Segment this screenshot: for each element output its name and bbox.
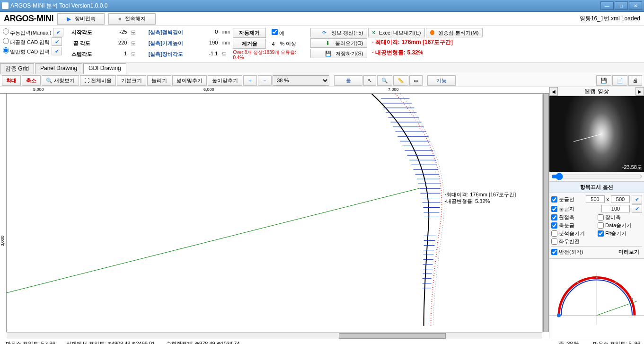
error-summary: Over:8개 정상:1839개 오류율: 0.4%: [233, 50, 306, 60]
opt-fit-hide-checkbox[interactable]: Fit숨기기: [598, 230, 642, 237]
opt-data-hide-checkbox[interactable]: Data숨기기: [598, 222, 642, 229]
opt-ruler-apply[interactable]: ✔: [632, 204, 642, 213]
end-angle-value[interactable]: 220: [100, 39, 129, 49]
svg-line-0: [7, 188, 419, 292]
step-angle-unit: 도: [131, 50, 140, 60]
disconnect-button[interactable]: ■ 접속해지: [108, 13, 156, 25]
machine-h-value[interactable]: 190: [191, 39, 220, 49]
new-window-button[interactable]: 🔍 새창보기: [42, 75, 79, 86]
minimize-button[interactable]: —: [600, 1, 614, 10]
drawing-canvas[interactable]: [7, 94, 542, 326]
remove-rate-button[interactable]: 제거율: [233, 39, 266, 49]
svg-point-45: [615, 282, 617, 283]
tab-gdi-drawing[interactable]: GDI Drawing: [83, 63, 126, 74]
radio-cad-large[interactable]: 대골형 CAD 입력: [3, 38, 50, 46]
analyze-button[interactable]: 원중심 분석기(M): [426, 28, 483, 37]
opt-reverse-checkbox[interactable]: 반전(외각): [551, 248, 614, 256]
pointer-tool[interactable]: ↖: [363, 75, 376, 86]
start-angle-label: 시작각도: [65, 28, 98, 38]
result-deform: · 내공변형률: 5.32%: [372, 49, 423, 57]
machine-h-unit: mm: [221, 39, 231, 49]
refresh-icon: ⟳: [321, 29, 327, 36]
connect-button[interactable]: ▶ 장비접속: [57, 13, 105, 25]
ruler-left: 3,000: [0, 94, 7, 332]
zoom-out-button[interactable]: 축소: [22, 75, 41, 86]
stop-icon: ■: [118, 16, 121, 21]
tab-panel-drawing[interactable]: Panel Drawing: [35, 63, 82, 74]
preview-title: 미리보기: [616, 247, 642, 256]
close-button[interactable]: ✕: [629, 1, 642, 10]
select-icon: ▭: [414, 78, 418, 84]
excel-export-button[interactable]: XExcel 내보내기(E): [368, 28, 425, 37]
fit-width-button[interactable]: 넓이맞추기: [172, 75, 207, 86]
opt-grid-height[interactable]: [611, 195, 630, 203]
ruler-icon: 📏: [397, 78, 404, 84]
step-angle-value[interactable]: 1: [100, 50, 129, 60]
wall-len-value[interactable]: 0: [191, 28, 220, 38]
remove-rate-value[interactable]: 4: [272, 41, 274, 47]
tools-button[interactable]: 툴: [334, 75, 362, 86]
wall-len-unit: mm: [221, 28, 231, 38]
opt-equip-checkbox[interactable]: 장비축: [598, 214, 642, 221]
radio-cad-normal[interactable]: 일반형 CAD 입력: [3, 47, 50, 55]
connect-label: 장비접속: [75, 15, 96, 22]
loaded-file-label: 영동16_1번.xml Loaded: [580, 15, 640, 23]
tab-bar: 검증 Grid Panel Drawing GDI Drawing: [0, 62, 644, 74]
print-button[interactable]: 🖨: [628, 75, 642, 86]
load-button[interactable]: ⬇불러오기(O): [310, 38, 367, 48]
stretch-button[interactable]: 늘리기: [147, 75, 171, 86]
parameter-area: 수동입력(Manual) ✔ 대골형 CAD 입력 ✔ 일반형 CAD 입력 ✔…: [0, 26, 644, 62]
auto-remove-button[interactable]: 자동제거: [233, 28, 266, 38]
refresh-button[interactable]: ⟳정보 갱신(F5): [310, 28, 367, 37]
canvas-label-deform: ·내공변형률: 5.32%: [445, 198, 490, 205]
function-button[interactable]: 기능: [427, 75, 456, 86]
opt-ruler-checkbox[interactable]: 눈금자: [551, 205, 600, 212]
auto-remove-checkbox[interactable]: 예: [272, 29, 284, 37]
check-manual-button[interactable]: ✔: [53, 28, 63, 36]
opt-grid-checkbox[interactable]: 눈금선: [551, 196, 584, 203]
radio-manual[interactable]: 수동입력(Manual): [3, 28, 51, 36]
webcam-slider[interactable]: [551, 173, 642, 180]
file-save-button[interactable]: 💾: [596, 75, 611, 86]
check-cad-normal-button[interactable]: ✔: [52, 47, 62, 55]
webcam-next-button[interactable]: ▶: [635, 87, 644, 96]
svg-point-46: [631, 298, 633, 300]
opt-origin-checkbox[interactable]: 원점축: [551, 214, 596, 221]
canvas-scroll-h[interactable]: [7, 332, 542, 339]
machine-h-label: [실측]기계높이: [142, 39, 189, 49]
zoom-in-button[interactable]: 확대: [2, 75, 21, 86]
canvas-scroll-v[interactable]: [542, 94, 549, 332]
magnifier-icon: 🔍: [46, 78, 53, 84]
opt-grid-width[interactable]: [586, 195, 605, 203]
end-angle-unit: 도: [131, 39, 140, 49]
start-angle-value[interactable]: -25: [100, 28, 129, 38]
maximize-button[interactable]: □: [615, 1, 628, 10]
default-size-button[interactable]: 기본크기: [117, 75, 146, 86]
zoom-select[interactable]: 38 %: [273, 75, 329, 86]
opt-grid-apply[interactable]: ✔: [632, 195, 642, 203]
copy-button[interactable]: 📄: [612, 75, 627, 86]
equip-angle-value[interactable]: -1.1: [191, 50, 220, 60]
opt-flip-checkbox[interactable]: 좌우반전: [551, 238, 642, 245]
select-tool[interactable]: ▭: [409, 75, 423, 86]
app-icon: [2, 2, 9, 9]
step-angle-label: 스텝각도: [65, 50, 98, 60]
canvas-area[interactable]: 5,000 6,000 7,000 3,000: [0, 87, 549, 339]
opt-analysis-hide-checkbox[interactable]: 분석숨기기: [551, 230, 596, 237]
plus-button[interactable]: ＋: [243, 75, 257, 86]
fit-height-button[interactable]: 높이맞추기: [208, 75, 242, 86]
fit-all-button[interactable]: ⛶ 전체비율: [80, 75, 116, 86]
ruler-tool[interactable]: 📏: [393, 75, 408, 86]
webcam-prev-button[interactable]: ◀: [549, 87, 558, 96]
canvas-label-max: ·최대이격: 176mm [167도구간]: [445, 191, 516, 198]
minus-button[interactable]: －: [258, 75, 272, 86]
webcam-overlay-line: [573, 134, 601, 141]
toolbar: 확대 축소 🔍 새창보기 ⛶ 전체비율 기본크기 늘리기 넓이맞추기 높이맞추기…: [0, 74, 644, 87]
opt-ruler-value[interactable]: [601, 205, 630, 212]
opt-axis-scale-checkbox[interactable]: 축눈금: [551, 222, 596, 229]
zoom-tool[interactable]: 🔍: [377, 75, 392, 86]
tab-verify-grid[interactable]: 검증 Grid: [0, 63, 34, 74]
check-cad-large-button[interactable]: ✔: [52, 37, 62, 46]
equip-angle-unit: 도: [221, 50, 231, 60]
save-button[interactable]: 💾저장하기(S): [310, 49, 367, 58]
